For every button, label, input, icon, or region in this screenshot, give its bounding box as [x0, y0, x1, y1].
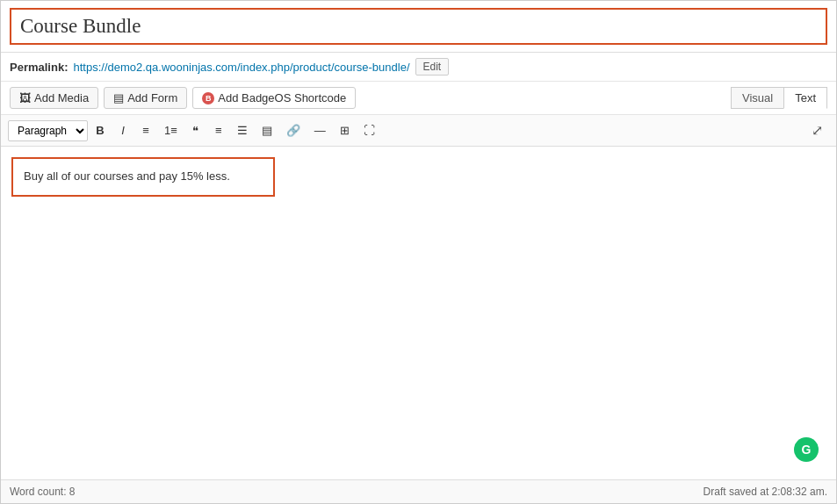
footer-bar: Word count: 8 Draft saved at 2:08:32 am. [1, 479, 836, 503]
italic-button[interactable]: I [112, 120, 133, 140]
content-text-box: Buy all of our courses and pay 15% less. [11, 157, 275, 197]
align-left-icon: ≡ [215, 124, 222, 137]
italic-icon: I [121, 124, 125, 137]
visual-text-tabs: Visual Text [731, 87, 827, 109]
title-row [1, 1, 836, 53]
paragraph-select[interactable]: Paragraph Heading 1 Heading 2 Heading 3 [8, 120, 88, 141]
align-center-icon: ☰ [237, 124, 248, 137]
add-media-button[interactable]: 🖼 Add Media [10, 87, 98, 109]
permalink-label: Permalink: [10, 61, 68, 74]
grammarly-icon[interactable]: G [794, 437, 819, 462]
align-right-button[interactable]: ▤ [256, 120, 278, 140]
permalink-edit-button[interactable]: Edit [415, 58, 450, 76]
align-center-button[interactable]: ☰ [231, 120, 254, 140]
content-text: Buy all of our courses and pay 15% less. [24, 169, 230, 183]
fullscreen-button[interactable]: ⛶ [357, 120, 381, 140]
unordered-list-button[interactable]: ≡ [135, 120, 156, 140]
word-count-label: Word count: [10, 486, 66, 498]
bold-icon: B [96, 124, 104, 137]
badgeos-icon: B [202, 92, 214, 104]
title-input[interactable] [10, 8, 827, 45]
fullscreen-icon: ⛶ [364, 124, 375, 137]
link-button[interactable]: 🔗 [280, 120, 307, 140]
horizontal-rule-button[interactable]: — [308, 120, 332, 140]
add-form-label: Add Form [127, 91, 177, 104]
ul-icon: ≡ [142, 124, 149, 137]
hr-icon: — [314, 124, 326, 137]
word-count-value: 8 [69, 486, 76, 498]
buttons-row: 🖼 Add Media ▤ Add Form B Add BadgeOS Sho… [1, 82, 836, 115]
blockquote-icon: ❝ [192, 124, 198, 137]
ol-icon: 1≡ [164, 124, 177, 137]
tab-visual[interactable]: Visual [731, 87, 783, 109]
form-icon: ▤ [113, 91, 124, 104]
expand-button[interactable]: ⤢ [805, 119, 829, 142]
add-media-label: Add Media [34, 91, 89, 104]
blockquote-button[interactable]: ❝ [185, 120, 206, 140]
draft-status: Draft saved at 2:08:32 am. [704, 486, 827, 498]
expand-icon: ⤢ [812, 123, 823, 138]
ordered-list-button[interactable]: 1≡ [158, 120, 184, 140]
editor-wrapper: Permalink: https://demo2.qa.wooninjas.co… [0, 0, 837, 504]
bold-button[interactable]: B [90, 120, 111, 140]
word-count-area: Word count: 8 [10, 486, 76, 498]
content-area: Buy all of our courses and pay 15% less.… [1, 147, 836, 479]
permalink-link[interactable]: https://demo2.qa.wooninjas.com/index.php… [73, 61, 409, 74]
table-icon: ⊞ [340, 124, 350, 137]
add-badgeos-label: Add BadgeOS Shortcode [218, 91, 346, 104]
media-icon: 🖼 [19, 91, 31, 104]
align-right-icon: ▤ [262, 124, 272, 137]
add-form-button[interactable]: ▤ Add Form [104, 87, 187, 109]
table-button[interactable]: ⊞ [334, 120, 356, 140]
tab-text[interactable]: Text [783, 87, 827, 109]
align-left-button[interactable]: ≡ [208, 120, 229, 140]
add-badgeos-button[interactable]: B Add BadgeOS Shortcode [192, 87, 356, 109]
format-toolbar: Paragraph Heading 1 Heading 2 Heading 3 … [1, 115, 836, 147]
link-icon: 🔗 [286, 124, 300, 137]
permalink-row: Permalink: https://demo2.qa.wooninjas.co… [1, 53, 836, 82]
